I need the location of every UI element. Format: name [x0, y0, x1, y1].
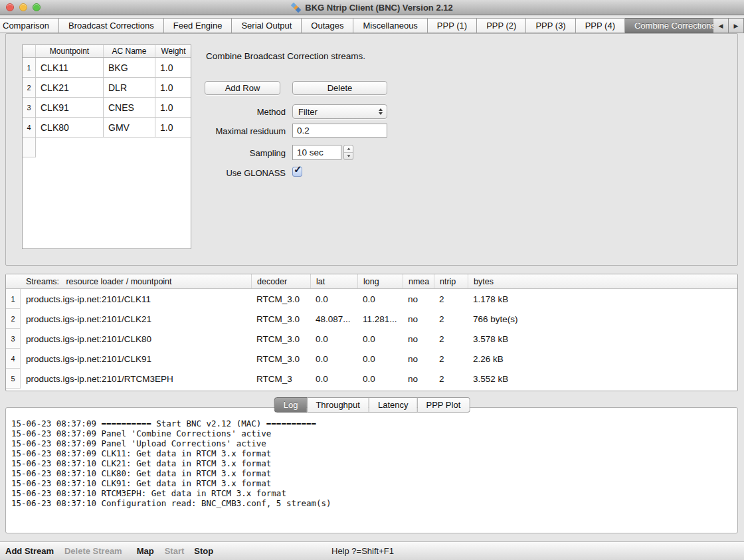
method-label: Method [193, 107, 286, 117]
mountpoint-row-empty [23, 138, 191, 157]
row-header[interactable]: 1 [6, 289, 21, 309]
column-header-decoder: decoder [251, 274, 310, 288]
tab-serial-output[interactable]: Serial Output [232, 18, 302, 33]
use-glonass-checkbox[interactable]: ✓ [292, 167, 302, 177]
mountpoint-cell[interactable]: CLK21 [36, 78, 104, 98]
ac-name-cell[interactable]: DLR [104, 78, 155, 98]
stream-bytes-cell: 1.178 kB [468, 289, 737, 309]
row-header[interactable]: 2 [6, 309, 21, 329]
row-header[interactable]: 4 [23, 118, 36, 138]
weight-cell[interactable]: 1.0 [155, 78, 191, 98]
column-header-ac-name: AC Name [104, 45, 155, 57]
log-line: 15-06-23 08:37:09 Panel 'Combine Correct… [11, 428, 732, 438]
method-value: Filter [298, 107, 318, 117]
zoom-button[interactable] [33, 3, 41, 11]
ac-name-cell[interactable]: GMV [104, 118, 155, 138]
stream-long-cell: 0.0 [357, 349, 403, 369]
stream-lat-cell: 48.087... [310, 309, 357, 329]
tab-scroll-left-button[interactable]: ◀ [713, 18, 729, 33]
tab-feed-engine[interactable]: Feed Engine [164, 18, 232, 33]
tab-comparison[interactable]: Comparison [0, 18, 59, 33]
tab-latency[interactable]: Latency [369, 397, 418, 413]
tab-scroll-right-button[interactable]: ▶ [729, 18, 744, 33]
stream-nmea-cell: no [403, 349, 434, 369]
map-button[interactable]: Map [137, 546, 154, 556]
mountpoint-cell[interactable]: CLK11 [36, 58, 104, 78]
log-line: 15-06-23 08:37:10 CLK80: Get data in RTC… [11, 468, 732, 478]
stepper-down-button[interactable] [344, 153, 353, 159]
tab-ppp-3[interactable]: PPP (3) [526, 18, 575, 33]
stream-bytes-cell: 2.26 kB [468, 349, 737, 369]
maximal-residuum-input[interactable]: 0.2 [292, 124, 387, 138]
stream-row[interactable]: 4 products.igs-ip.net:2101/CLK91 RTCM_3.… [6, 349, 737, 369]
row-header[interactable]: 1 [23, 58, 36, 78]
row-header[interactable]: 3 [23, 98, 36, 118]
sampling-input[interactable]: 10 sec [292, 145, 341, 160]
tab-miscellaneous[interactable]: Miscellaneous [353, 18, 427, 33]
row-header [23, 138, 36, 157]
log-line: 15-06-23 08:37:10 CLK91: Get data in RTC… [11, 478, 732, 488]
log-panel: 15-06-23 08:37:09 ========== Start BNC v… [5, 407, 738, 533]
start-button: Start [165, 546, 185, 556]
chevron-right-icon: ▶ [734, 23, 739, 29]
mountpoint-row: 2 CLK21 DLR 1.0 [23, 78, 191, 98]
title-bar[interactable]: BKG Ntrip Client (BNC) Version 2.12 [0, 0, 744, 15]
add-stream-button[interactable]: Add Stream [5, 546, 54, 556]
stream-lat-cell: 0.0 [310, 329, 357, 349]
stream-ntrip-cell: 2 [434, 289, 468, 309]
stream-ntrip-cell: 2 [434, 309, 468, 329]
mountpoint-row: 3 CLK91 CNES 1.0 [23, 98, 191, 118]
tab-scroll-buttons: ◀ ▶ [713, 18, 744, 33]
row-header[interactable]: 5 [6, 369, 21, 389]
add-row-button[interactable]: Add Row [205, 81, 280, 95]
ac-name-cell[interactable]: BKG [104, 58, 155, 78]
stream-decoder-cell: RTCM_3.0 [251, 329, 310, 349]
row-header[interactable]: 4 [6, 349, 21, 369]
ac-name-cell[interactable]: CNES [104, 98, 155, 118]
row-header[interactable]: 2 [23, 78, 36, 98]
column-header-lat: lat [310, 274, 357, 288]
mountpoint-cell[interactable]: CLK80 [36, 118, 104, 138]
weight-cell[interactable]: 1.0 [155, 98, 191, 118]
delete-button[interactable]: Delete [292, 81, 387, 95]
column-header-weight: Weight [155, 45, 191, 57]
mountpoint-cell[interactable]: CLK91 [36, 98, 104, 118]
streams-table: Streams: resource loader / mountpoint de… [5, 274, 738, 391]
stream-row[interactable]: 3 products.igs-ip.net:2101/CLK80 RTCM_3.… [6, 329, 737, 349]
mountpoint-row: 1 CLK11 BKG 1.0 [23, 58, 191, 78]
stream-nmea-cell: no [403, 329, 434, 349]
streams-table-header: Streams: resource loader / mountpoint de… [6, 274, 737, 289]
close-button[interactable] [6, 3, 14, 11]
tab-ppp-plot[interactable]: PPP Plot [417, 397, 470, 413]
stream-long-cell: 0.0 [357, 329, 403, 349]
tab-ppp-1[interactable]: PPP (1) [428, 18, 477, 33]
checkmark-icon: ✓ [294, 163, 302, 175]
method-dropdown[interactable]: Filter [292, 104, 387, 119]
stream-row[interactable]: 5 products.igs-ip.net:2101/RTCM3EPH RTCM… [6, 369, 737, 389]
stream-long-cell: 0.0 [357, 369, 403, 389]
stream-lat-cell: 0.0 [310, 349, 357, 369]
main-tab-bar: Comparison Broadcast Corrections Feed En… [0, 18, 744, 33]
tab-log[interactable]: Log [274, 397, 308, 413]
stream-mountpoint-cell: products.igs-ip.net:2101/CLK11 [21, 289, 251, 309]
weight-cell[interactable]: 1.0 [155, 58, 191, 78]
tab-ppp-2[interactable]: PPP (2) [477, 18, 526, 33]
arrow-down-icon [347, 155, 350, 157]
tab-ppp-4[interactable]: PPP (4) [576, 18, 625, 33]
tab-outages[interactable]: Outages [302, 18, 353, 33]
tab-broadcast-corrections[interactable]: Broadcast Corrections [59, 18, 164, 33]
tab-combine-corrections[interactable]: Combine Corrections [625, 18, 725, 33]
tab-throughput[interactable]: Throughput [307, 397, 369, 413]
stream-row[interactable]: 1 products.igs-ip.net:2101/CLK11 RTCM_3.… [6, 289, 737, 309]
minimize-button[interactable] [19, 3, 27, 11]
row-header[interactable]: 3 [6, 329, 21, 349]
stream-row[interactable]: 2 products.igs-ip.net:2101/CLK21 RTCM_3.… [6, 309, 737, 329]
mountpoint-table: Mountpoint AC Name Weight 1 CLK11 BKG 1.… [22, 45, 191, 249]
column-header-bytes: bytes [468, 274, 737, 288]
mountpoint-row: 4 CLK80 GMV 1.0 [23, 118, 191, 138]
weight-cell[interactable]: 1.0 [155, 118, 191, 138]
stepper-up-button[interactable] [344, 145, 353, 153]
log-line: 15-06-23 08:37:09 Panel 'Upload Correcti… [11, 438, 732, 448]
stream-lat-cell: 0.0 [310, 369, 357, 389]
stop-button[interactable]: Stop [194, 546, 213, 556]
